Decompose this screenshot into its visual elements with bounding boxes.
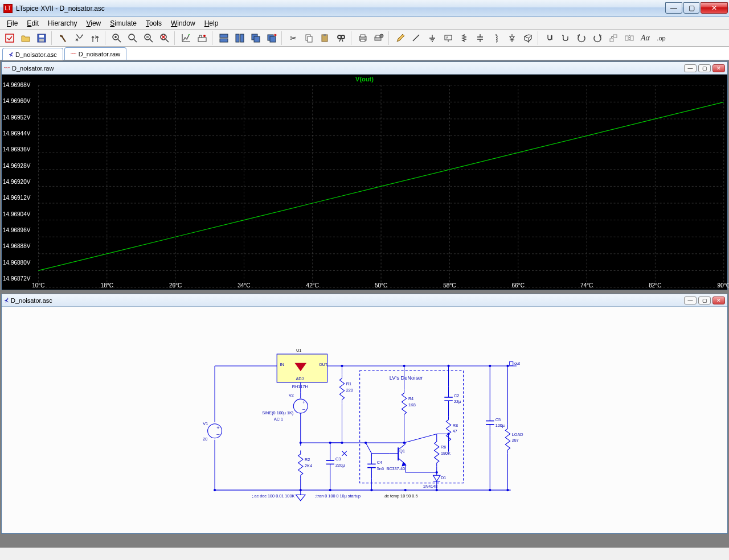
svg-text:V2: V2 bbox=[289, 393, 294, 398]
minimize-button[interactable]: — bbox=[665, 2, 682, 14]
paste-icon[interactable] bbox=[318, 31, 333, 46]
schematic-titlebar[interactable]: ⊀ D_noisator.asc — ▢ ✕ bbox=[2, 294, 727, 307]
menu-edit[interactable]: Edit bbox=[22, 18, 43, 28]
menu-window[interactable]: Window bbox=[166, 18, 200, 28]
y-axis-label: 14.96896V bbox=[3, 227, 30, 233]
autorange-icon[interactable] bbox=[179, 31, 194, 46]
sub-close-button[interactable]: ✕ bbox=[712, 297, 725, 304]
save-icon[interactable] bbox=[34, 31, 49, 46]
pan-icon[interactable] bbox=[125, 31, 140, 46]
menu-simulate[interactable]: Simulate bbox=[105, 18, 141, 28]
svg-point-192 bbox=[214, 489, 216, 491]
svg-rect-35 bbox=[613, 35, 617, 38]
statusbar bbox=[0, 547, 729, 560]
zoom-in-icon[interactable] bbox=[109, 31, 124, 46]
svg-rect-20 bbox=[308, 36, 312, 42]
y-axis-label: 14.96968V bbox=[3, 81, 30, 88]
cut-icon[interactable]: ✂ bbox=[286, 31, 301, 46]
svg-text:RH117H: RH117H bbox=[292, 384, 308, 389]
zoom-out-icon[interactable] bbox=[141, 31, 156, 46]
ground-icon[interactable] bbox=[425, 31, 440, 46]
workspace: 〰 D_noisator.raw — ▢ ✕ V(out) 14.96968V1… bbox=[0, 60, 729, 547]
sub-minimize-button[interactable]: — bbox=[684, 297, 697, 304]
maximize-button[interactable]: ▢ bbox=[683, 2, 699, 14]
resistor-icon[interactable] bbox=[457, 31, 472, 46]
capacitor-icon[interactable] bbox=[473, 31, 488, 46]
plot-titlebar[interactable]: 〰 D_noisator.raw — ▢ ✕ bbox=[2, 62, 727, 75]
close-all-icon[interactable] bbox=[264, 31, 279, 46]
redo-icon[interactable] bbox=[590, 31, 605, 46]
move-icon[interactable] bbox=[542, 31, 557, 46]
svg-point-173 bbox=[447, 433, 449, 435]
halt-icon[interactable] bbox=[88, 31, 103, 46]
svg-point-81 bbox=[293, 399, 308, 413]
inductor-icon[interactable] bbox=[489, 31, 503, 46]
sub-maximize-button[interactable]: ▢ bbox=[698, 64, 711, 72]
cascade-icon[interactable] bbox=[248, 31, 263, 46]
x-axis-label: 18°C bbox=[101, 282, 113, 289]
pencil-icon[interactable] bbox=[393, 31, 408, 46]
label-icon[interactable]: A bbox=[441, 31, 456, 46]
hammer-icon[interactable] bbox=[56, 31, 71, 46]
svg-line-162 bbox=[366, 443, 371, 454]
sub-minimize-button[interactable]: — bbox=[684, 64, 697, 72]
svg-text:;tran 0 100 0 10µ startup: ;tran 0 100 0 10µ startup bbox=[316, 493, 361, 499]
menu-file[interactable]: File bbox=[2, 18, 22, 28]
copy-icon[interactable] bbox=[302, 31, 317, 46]
plot-area[interactable]: V(out) 14.96968V14.96960V14.96952V14.969… bbox=[2, 75, 727, 290]
mirror-icon[interactable] bbox=[622, 31, 637, 46]
svg-point-195 bbox=[370, 489, 372, 491]
svg-text:C4: C4 bbox=[377, 460, 382, 465]
print-setup-icon[interactable] bbox=[371, 31, 386, 46]
menu-help[interactable]: Help bbox=[200, 18, 223, 28]
tab-schematic[interactable]: ⊀ D_noisator.asc bbox=[2, 48, 63, 60]
schematic-tab-icon: ⊀ bbox=[9, 51, 13, 57]
svg-text:V1: V1 bbox=[203, 421, 208, 426]
menu-hierarchy[interactable]: Hierarchy bbox=[43, 18, 81, 28]
svg-text:22µ: 22µ bbox=[454, 399, 461, 404]
run-icon[interactable] bbox=[72, 31, 87, 46]
wire-icon[interactable] bbox=[409, 31, 424, 46]
svg-text:180K: 180K bbox=[441, 451, 450, 456]
text-icon[interactable]: Aα bbox=[638, 31, 653, 46]
diode-icon[interactable] bbox=[505, 31, 519, 46]
sub-close-button[interactable]: ✕ bbox=[712, 64, 725, 72]
y-axis-label: 14.96960V bbox=[3, 98, 30, 104]
y-axis-label: 14.96944V bbox=[3, 130, 30, 136]
svg-text:20: 20 bbox=[203, 437, 207, 442]
undo-icon[interactable] bbox=[574, 31, 589, 46]
print-icon[interactable] bbox=[355, 31, 370, 46]
new-schematic-icon[interactable] bbox=[2, 31, 17, 46]
y-axis-label: 14.96880V bbox=[3, 259, 30, 265]
menu-view[interactable]: View bbox=[81, 18, 105, 28]
svg-point-170 bbox=[436, 471, 438, 473]
tile-vert-icon[interactable] bbox=[232, 31, 247, 46]
titlebar: LT LTspice XVII - D_noisator.asc — ▢ ✕ bbox=[0, 0, 729, 17]
window-title: LTspice XVII - D_noisator.asc bbox=[16, 5, 665, 13]
waveform-icon: 〰 bbox=[4, 65, 10, 71]
svg-point-197 bbox=[436, 489, 438, 491]
component-icon[interactable] bbox=[521, 31, 535, 46]
svg-text:out: out bbox=[514, 361, 520, 366]
tab-waveform[interactable]: 〰 D_noisator.raw bbox=[64, 47, 126, 60]
schematic-canvas[interactable]: +–V120INOUTADJU1RH117Hout+–V2SINE(0 100µ… bbox=[2, 307, 727, 533]
svg-text:LOAD: LOAD bbox=[512, 432, 523, 437]
x-axis-label: 66°C bbox=[512, 282, 525, 289]
drag-icon[interactable] bbox=[558, 31, 573, 46]
svg-text:220: 220 bbox=[346, 388, 353, 393]
sub-maximize-button[interactable]: ▢ bbox=[698, 297, 711, 304]
settings-icon[interactable] bbox=[195, 31, 210, 46]
tab-label: D_noisator.asc bbox=[15, 51, 57, 58]
spice-directive-icon[interactable]: .op bbox=[654, 31, 669, 46]
svg-text:220µ: 220µ bbox=[335, 463, 345, 468]
zoom-fit-icon[interactable] bbox=[157, 31, 172, 46]
menu-tools[interactable]: Tools bbox=[141, 18, 166, 28]
svg-text:IN: IN bbox=[280, 362, 284, 367]
rotate-icon[interactable] bbox=[606, 31, 621, 46]
find-icon[interactable] bbox=[334, 31, 349, 46]
open-icon[interactable] bbox=[18, 31, 33, 46]
tile-horiz-icon[interactable] bbox=[216, 31, 231, 46]
svg-rect-36 bbox=[625, 36, 628, 40]
close-button[interactable]: ✕ bbox=[701, 2, 728, 14]
svg-rect-27 bbox=[361, 39, 365, 42]
